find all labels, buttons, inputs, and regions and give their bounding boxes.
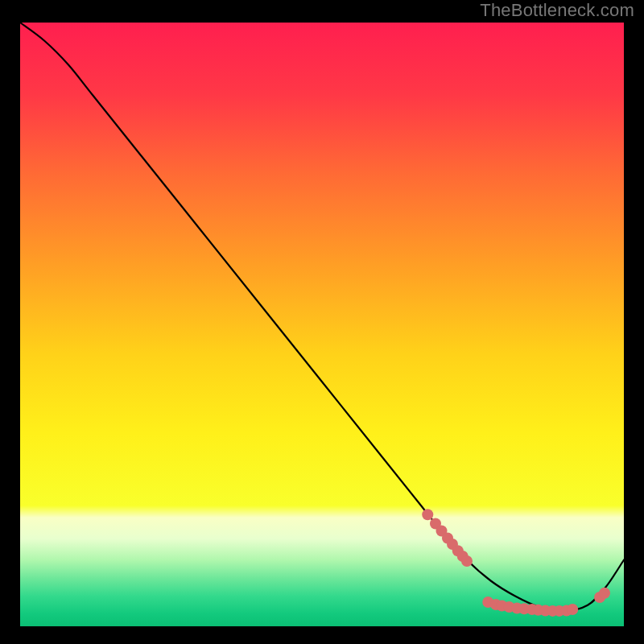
- data-point: [599, 588, 610, 599]
- gradient-background: [20, 23, 624, 626]
- data-point: [422, 509, 433, 520]
- chart-svg: [20, 23, 624, 626]
- data-point: [461, 555, 473, 567]
- attribution-text: TheBottleneck.com: [480, 0, 634, 21]
- chart-container: TheBottleneck.com: [0, 0, 644, 644]
- data-point: [567, 604, 578, 615]
- plot-area: [20, 23, 624, 626]
